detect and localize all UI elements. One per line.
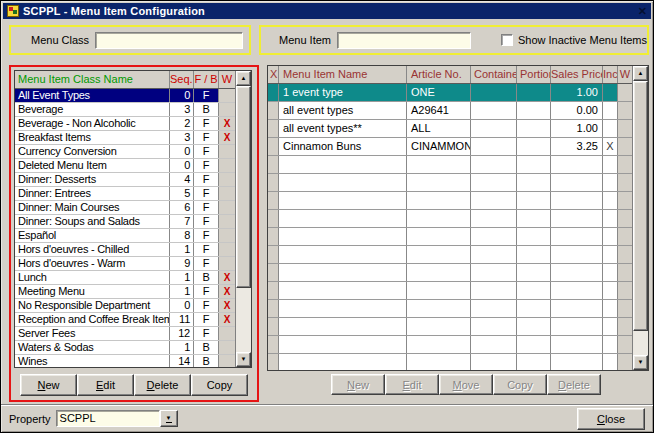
seq-cell: 1 [169, 271, 193, 284]
class-table-row[interactable]: Deleted Menu Item0F [15, 159, 235, 173]
menu-item-input[interactable] [337, 32, 471, 49]
scroll-down-icon[interactable]: ▼ [236, 352, 251, 367]
fb-cell: B [193, 103, 218, 116]
class-table-row[interactable]: Currency Conversion0F [15, 145, 235, 159]
class-name-cell: Currency Conversion [15, 145, 169, 158]
item-table-empty-row [268, 300, 632, 318]
item-table-row[interactable]: all event types**ALL1.00 [268, 120, 632, 138]
class-table-row[interactable]: Breakfast Items3FX [15, 131, 235, 145]
fb-cell: B [193, 271, 218, 284]
move-button[interactable]: Move [439, 374, 493, 395]
new-button[interactable]: New [331, 374, 385, 395]
menu-item-table-header: XMenu Item NameArticle No.ContainerPorti… [268, 66, 632, 84]
item-table-row[interactable]: 1 event typeONE1.00 [268, 84, 632, 102]
scroll-down-icon[interactable]: ▼ [633, 355, 648, 370]
scroll-up-icon[interactable]: ▲ [633, 66, 648, 81]
class-table-row[interactable]: Dinner: Entrees5F [15, 187, 235, 201]
class-name-cell: Beverage [15, 103, 169, 116]
class-name-cell: Meeting Menu [15, 285, 169, 298]
article-cell [406, 354, 470, 370]
class-name-cell: Dinner: Entrees [15, 187, 169, 200]
x-cell [268, 228, 278, 245]
column-header: F / B [193, 71, 218, 88]
scrollbar-thumb[interactable] [633, 81, 648, 331]
fb-cell: F [193, 257, 218, 270]
class-table-scrollbar[interactable]: ▲ ▼ [235, 71, 251, 367]
property-dropdown-button[interactable]: ▼ [160, 410, 178, 427]
scrollbar-thumb[interactable] [236, 86, 251, 288]
seq-cell: 0 [169, 299, 193, 312]
inc-cell [602, 120, 617, 137]
property-combo[interactable]: SCPPL [56, 410, 160, 427]
class-table-row[interactable]: Hors d'oeuvres - Chilled1F [15, 243, 235, 257]
menu-class-label: Menu Class [31, 34, 89, 46]
x-cell [268, 192, 278, 209]
class-table-row[interactable]: Hors d'oeuvres - Warm9F [15, 257, 235, 271]
class-table-row[interactable]: Meeting Menu1FX [15, 285, 235, 299]
price-cell [550, 300, 602, 317]
column-header: W [617, 66, 632, 83]
class-button-bar: NewEditDeleteCopy [20, 374, 248, 396]
item-table-empty-row [268, 246, 632, 264]
container-cell [470, 300, 516, 317]
class-table-row[interactable]: Wines14B [15, 355, 235, 367]
item-table-empty-row [268, 282, 632, 300]
container-cell [470, 102, 516, 119]
class-table-row[interactable]: Dinner: Soups and Salads7F [15, 215, 235, 229]
menu-class-input[interactable] [95, 32, 243, 49]
class-table-row[interactable]: Español8F [15, 229, 235, 243]
copy-button[interactable]: Copy [493, 374, 547, 395]
close-icon[interactable]: ✕ [638, 6, 647, 17]
class-name-cell: Wines [15, 355, 169, 367]
x-cell [268, 84, 278, 101]
item-table-scrollbar[interactable]: ▲ ▼ [632, 66, 648, 370]
inc-cell [602, 318, 617, 335]
delete-button[interactable]: Delete [134, 374, 191, 396]
class-table-row[interactable]: Lunch1BX [15, 271, 235, 285]
close-button[interactable]: Close [577, 408, 645, 430]
w-cell [617, 354, 632, 370]
w-cell [617, 192, 632, 209]
edit-button[interactable]: Edit [385, 374, 439, 395]
property-group: Property SCPPL ▼ [9, 410, 178, 427]
class-name-cell: Server Fees [15, 327, 169, 340]
new-button[interactable]: New [20, 374, 77, 396]
show-inactive-checkbox[interactable] [501, 34, 513, 46]
class-table-row[interactable]: Server Fees12F [15, 327, 235, 341]
item-table-row[interactable]: Cinnamon BunsCINAMMON3.25X [268, 138, 632, 156]
w-flag-cell [218, 89, 235, 102]
class-table-row[interactable]: Dinner: Desserts4F [15, 173, 235, 187]
w-flag-cell: X [218, 313, 235, 326]
seq-cell: 1 [169, 285, 193, 298]
x-cell [268, 156, 278, 173]
x-cell [268, 174, 278, 191]
class-table-row[interactable]: No Responsible Department0FX [15, 299, 235, 313]
edit-button[interactable]: Edit [77, 374, 134, 396]
class-table-row[interactable]: Beverage - Non Alcoholic2FX [15, 117, 235, 131]
w-flag-cell: X [218, 117, 235, 130]
copy-button[interactable]: Copy [191, 374, 248, 396]
item-button-bar: NewEditMoveCopyDelete [331, 374, 601, 395]
titlebar: SCPPL - Menu Item Configuration ✕ [3, 3, 651, 19]
portion-cell [516, 84, 550, 101]
w-flag-cell [218, 327, 235, 340]
container-cell [470, 138, 516, 155]
scroll-up-icon[interactable]: ▲ [236, 71, 251, 86]
w-cell [617, 210, 632, 227]
delete-button[interactable]: Delete [547, 374, 601, 395]
item-table-empty-row [268, 228, 632, 246]
class-table-row[interactable]: All Event Types0F [15, 89, 235, 103]
column-header: Menu Item Class Name [15, 71, 169, 88]
class-name-cell: Hors d'oeuvres - Chilled [15, 243, 169, 256]
item-table-row[interactable]: all event typesA296410.00 [268, 102, 632, 120]
w-flag-cell: X [218, 271, 235, 284]
class-table-row[interactable]: Dinner: Main Courses6F [15, 201, 235, 215]
class-table-row[interactable]: Reception and Coffee Break Items11FX [15, 313, 235, 327]
x-cell [268, 210, 278, 227]
column-header: Sales Price [550, 66, 602, 83]
item-name-cell [278, 336, 406, 353]
class-table-row[interactable]: Beverage3B [15, 103, 235, 117]
menu-item-label: Menu Item [279, 34, 331, 46]
item-table-empty-row [268, 264, 632, 282]
class-table-row[interactable]: Waters & Sodas1B [15, 341, 235, 355]
